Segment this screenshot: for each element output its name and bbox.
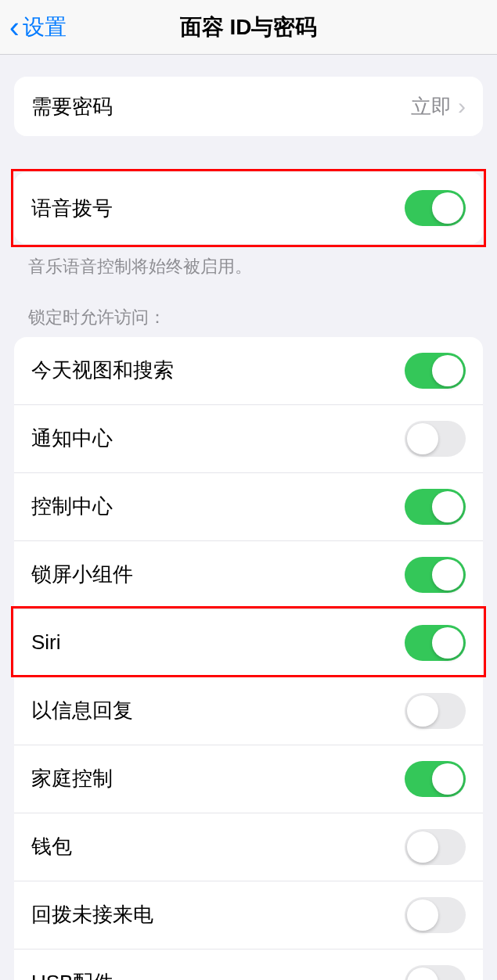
toggle-knob (432, 559, 463, 591)
lock-access-toggle[interactable] (405, 693, 466, 729)
lock-access-row: 家庭控制 (14, 745, 483, 813)
toggle-knob (407, 423, 438, 454)
require-passcode-value: 立即 (411, 93, 452, 120)
lock-access-label: 钱包 (31, 833, 72, 860)
passcode-group: 需要密码 立即 › (14, 77, 483, 136)
lock-access-label: 锁屏小组件 (31, 561, 133, 588)
toggle-knob (407, 695, 438, 727)
toggle-knob (432, 355, 463, 386)
toggle-knob (432, 192, 463, 224)
page-title: 面容 ID与密码 (180, 13, 318, 42)
lock-access-label: 今天视图和搜索 (31, 357, 174, 384)
lock-access-toggle[interactable] (405, 353, 466, 389)
lock-access-toggle[interactable] (405, 625, 466, 661)
voice-dial-footer: 音乐语音控制将始终被启用。 (0, 244, 497, 279)
lock-access-toggle[interactable] (405, 829, 466, 865)
back-label: 设置 (23, 13, 67, 42)
chevron-left-icon: ‹ (9, 13, 20, 42)
lock-access-toggle[interactable] (405, 421, 466, 457)
voice-dial-toggle[interactable] (405, 190, 466, 226)
voice-dial-label: 语音拨号 (31, 195, 113, 222)
lock-access-row: 钱包 (14, 813, 483, 881)
lock-access-label: 控制中心 (31, 493, 113, 520)
lock-access-row: 回拨未接来电 (14, 881, 483, 949)
require-passcode-row[interactable]: 需要密码 立即 › (14, 77, 483, 136)
navigation-header: ‹ 设置 面容 ID与密码 (0, 0, 497, 55)
lock-access-header: 锁定时允许访问： (0, 279, 497, 337)
voice-dial-group: 语音拨号 (14, 172, 483, 244)
lock-access-row: 通知中心 (14, 404, 483, 472)
lock-access-row: 控制中心 (14, 472, 483, 540)
lock-access-row: 今天视图和搜索 (14, 337, 483, 404)
lock-access-label: USB配件 (31, 969, 113, 980)
content: 需要密码 立即 › 语音拨号 音乐语音控制将始终被启用。 锁定时允许访问： 今天… (0, 77, 497, 980)
toggle-knob (407, 831, 438, 863)
lock-access-toggle[interactable] (405, 965, 466, 980)
lock-access-label: 家庭控制 (31, 765, 113, 792)
toggle-knob (407, 967, 438, 980)
lock-access-label: Siri (31, 630, 61, 655)
back-button[interactable]: ‹ 设置 (0, 13, 67, 42)
require-passcode-label: 需要密码 (31, 93, 113, 120)
lock-access-label: 以信息回复 (31, 697, 133, 724)
toggle-knob (407, 899, 438, 931)
toggle-knob (432, 763, 463, 795)
lock-access-row: Siri (14, 608, 483, 677)
lock-access-toggle[interactable] (405, 761, 466, 797)
lock-access-label: 通知中心 (31, 425, 113, 452)
lock-access-row: 锁屏小组件 (14, 540, 483, 608)
lock-access-toggle[interactable] (405, 489, 466, 525)
toggle-knob (432, 491, 463, 522)
chevron-right-icon: › (458, 93, 466, 120)
lock-access-label: 回拨未接来电 (31, 901, 153, 928)
lock-access-row: 以信息回复 (14, 677, 483, 745)
lock-access-toggle[interactable] (405, 557, 466, 593)
lock-access-row: USB配件 (14, 949, 483, 980)
toggle-knob (432, 627, 463, 659)
lock-access-group: 今天视图和搜索通知中心控制中心锁屏小组件Siri以信息回复家庭控制钱包回拨未接来… (14, 337, 483, 980)
voice-dial-row: 语音拨号 (14, 172, 483, 244)
lock-access-toggle[interactable] (405, 897, 466, 933)
